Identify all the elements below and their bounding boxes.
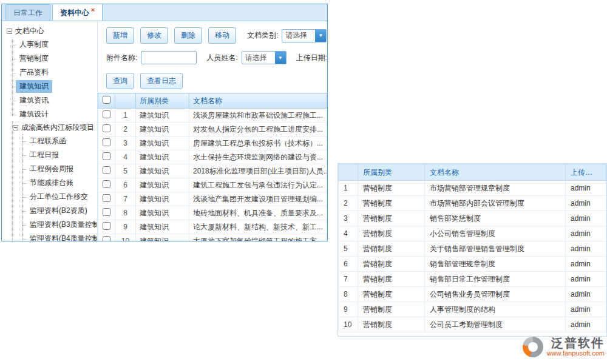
row-checkbox[interactable] [103, 236, 110, 241]
table-row[interactable]: 4营销制度小公司销售管理制度admin [339, 226, 606, 241]
tree-item[interactable]: 工程日报 [26, 149, 63, 161]
close-tab-icon[interactable]: × [91, 6, 95, 13]
project-tree-items: 工程联系函工程日报工程例会周报节能减排台账分工单位工作移交监理资料(B2资质)监… [20, 134, 97, 241]
collapse-icon[interactable] [13, 125, 18, 130]
table-row[interactable]: 3营销制度销售部奖惩制度admin [339, 211, 606, 226]
tab-daily-work-label: 日常工作 [13, 8, 42, 17]
table-row[interactable]: 1营销制度市场营销部管理规章制度admin [339, 181, 606, 196]
table-row[interactable]: 7营销制度销售部日常工作管理制度admin [339, 272, 606, 287]
row-checkbox[interactable] [103, 180, 110, 188]
tree-project-label: 成渝高铁内江标段项目 [21, 123, 94, 133]
table-row[interactable]: 1建筑知识浅谈房屋建筑和市政基础设施工程施工... [98, 109, 327, 123]
tree-item[interactable]: 分工单位工作移交 [26, 190, 92, 203]
row-checkbox[interactable] [103, 152, 110, 160]
attachment-input[interactable] [141, 51, 197, 64]
person-label: 人员姓名: [206, 53, 237, 63]
brand-url: www.fanpusoft.com [547, 349, 605, 357]
tree-item[interactable]: 人事制度 [16, 38, 52, 51]
brand-name: 泛普软件 [547, 336, 605, 349]
table-header-row: 所属别类 文档名称 上传… [339, 164, 606, 181]
row-checkbox[interactable] [103, 208, 110, 216]
tree-node-project[interactable]: 成渝高铁内江标段项目 [13, 121, 97, 134]
toolbar-button[interactable]: 修改 [140, 27, 168, 44]
tree-item[interactable]: 产品资料 [16, 66, 52, 79]
table-row[interactable]: 2建筑知识对发包人指定分包的工程施工进度安排... [98, 123, 327, 136]
tree-item[interactable]: 监理资料(B4质量控制) [26, 232, 98, 241]
document-main-area: 新增修改删除移动 文档类别: 请选择 ▼ 文档名称: 附件名称: 人员姓名: 请… [98, 21, 327, 241]
table-row[interactable]: 5建筑知识2018标准化监理项目部(业主项目部)人员... [98, 164, 327, 178]
fanpu-logo-icon [523, 337, 543, 357]
document-center-window: 日常工作 资料中心× 文档中心 人事制度营销制度产品资料建筑知识建筑资讯建筑设计… [1, 4, 328, 241]
table-row[interactable]: 9营销制度人事管理制度的结构admin [339, 302, 606, 317]
toolbar-button[interactable]: 移动 [208, 27, 236, 44]
table-row[interactable]: 5营销制度关于销售部管理销售管理制度admin [339, 241, 606, 257]
row-checkbox[interactable] [103, 222, 110, 230]
tree-item[interactable]: 建筑设计 [16, 108, 52, 121]
table-row[interactable]: 4建筑知识水土保持生态环境监测网络的建设与资... [98, 150, 327, 164]
table-row[interactable]: 6营销制度销售部管理规章制度admin [339, 257, 606, 272]
table-row[interactable]: 8建筑知识地砖地面材料、机具准备、质量要求及... [98, 206, 327, 220]
toolbar-button[interactable]: 删除 [174, 27, 202, 44]
tree-item[interactable]: 节能减排台账 [26, 177, 77, 189]
view-log-button[interactable]: 查看日志 [140, 73, 183, 89]
tree-item[interactable]: 监理资料(B2资质) [26, 204, 91, 217]
collapse-icon[interactable] [7, 29, 12, 34]
document-tree: 文档中心 人事制度营销制度产品资料建筑知识建筑资讯建筑设计 成渝高铁内江标段项目… [2, 21, 98, 241]
table-row[interactable]: 7建筑知识浅谈地产集团开发建设项目管理规划编... [98, 192, 327, 206]
header-uploader: 上传… [566, 164, 606, 181]
row-checkbox[interactable] [103, 138, 110, 146]
table-header-row: 所属别类 文档名称 [98, 93, 327, 109]
tree-item[interactable]: 建筑知识 [16, 80, 52, 93]
doc-type-select[interactable]: 请选择 ▼ [282, 29, 327, 42]
document-table: 所属别类 文档名称 1建筑知识浅谈房屋建筑和市政基础设施工程施工...2建筑知识… [98, 93, 327, 241]
header-doc-name: 文档名称 [425, 164, 566, 181]
table-row[interactable]: 2营销制度市场营销部内部会议管理制度admin [339, 196, 606, 211]
table-row[interactable]: 3建筑知识房屋建筑工程总承包投标书（技术标）... [98, 136, 327, 150]
header-category: 所属别类 [136, 93, 189, 109]
header-doc-name: 文档名称 [189, 93, 327, 109]
tree-item[interactable]: 工程例会周报 [26, 163, 77, 175]
tree-item[interactable]: 营销制度 [16, 52, 52, 65]
table-row[interactable]: 10营销制度公司员工考勤管理制度admin [339, 317, 606, 332]
table-row[interactable]: 8营销制度公司销售业务员管理制度admin [339, 287, 606, 302]
person-value: 请选择 [242, 53, 275, 63]
table-row[interactable]: 10建筑知识大厦地下室加气砼墙砌筑工程的施工方... [98, 234, 327, 242]
tree-item[interactable]: 工程联系函 [26, 135, 70, 147]
row-checkbox[interactable] [103, 194, 110, 202]
header-number [115, 93, 136, 109]
row-checkbox[interactable] [103, 166, 110, 174]
tab-data-center[interactable]: 资料中心× [52, 4, 103, 21]
tree-node-document-center[interactable]: 文档中心 [7, 25, 97, 38]
table-row[interactable]: 9建筑知识论大厦新材料、新结构、新技术、新工... [98, 220, 327, 234]
attachment-label: 附件名称: [106, 53, 137, 63]
table-row[interactable]: 6建筑知识建筑工程施工发包与承包违法行为认定... [98, 178, 327, 192]
chevron-down-icon[interactable]: ▼ [315, 30, 326, 42]
upload-date-label: 上传日期: [296, 53, 327, 63]
tab-bar: 日常工作 资料中心× [2, 4, 327, 21]
select-all-checkbox[interactable] [103, 96, 110, 104]
row-checkbox[interactable] [103, 110, 110, 118]
row-checkbox[interactable] [103, 124, 110, 132]
chevron-down-icon[interactable]: ▼ [275, 52, 286, 64]
marketing-docs-panel: 所属别类 文档名称 上传… 1营销制度市场营销部管理规章制度admin2营销制度… [337, 163, 607, 337]
doc-type-value: 请选择 [282, 30, 315, 41]
tab-daily-work[interactable]: 日常工作 [5, 4, 50, 21]
tab-data-center-label: 资料中心 [60, 8, 89, 17]
tree-item[interactable]: 建筑资讯 [16, 94, 52, 107]
tree-item[interactable]: 监理资料(B3质量控制) [26, 218, 98, 231]
header-category: 所属别类 [358, 164, 425, 181]
tree-root-label: 文档中心 [15, 26, 44, 36]
toolbar-buttons: 新增修改删除移动 [106, 27, 242, 44]
toolbar-button[interactable]: 新增 [106, 27, 134, 44]
person-select[interactable]: 请选择 ▼ [242, 51, 287, 64]
tree-items: 人事制度营销制度产品资料建筑知识建筑资讯建筑设计 [10, 38, 97, 121]
doc-type-label: 文档类别: [247, 30, 278, 41]
search-button[interactable]: 查询 [106, 73, 134, 89]
marketing-table: 所属别类 文档名称 上传… 1营销制度市场营销部管理规章制度admin2营销制度… [338, 164, 606, 332]
header-number [339, 164, 358, 181]
fanpu-branding: 泛普软件 www.fanpusoft.com [523, 336, 605, 357]
